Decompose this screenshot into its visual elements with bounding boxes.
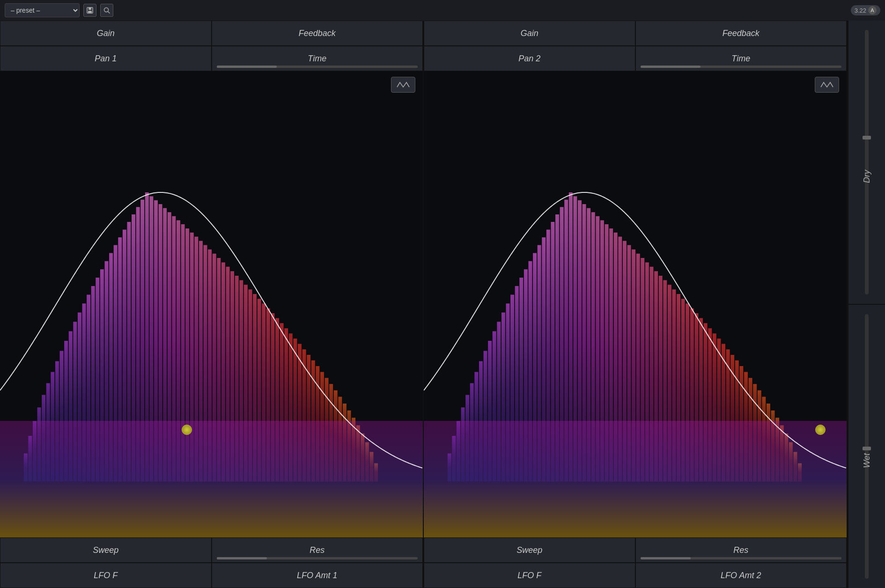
ch1-lfo-amt-button[interactable]: LFO Amt 1	[212, 563, 423, 588]
ch1-time-button[interactable]: Time	[212, 46, 423, 71]
ch2-pan-label: Pan 2	[518, 54, 540, 64]
channel-1: Gain Feedback Pan 1 Time	[0, 21, 424, 588]
version-badge: 3.22 A	[851, 5, 880, 15]
ch2-feedback-button[interactable]: Feedback	[635, 21, 847, 46]
preset-dropdown[interactable]: – preset –	[5, 3, 80, 17]
ch2-res-button[interactable]: Res	[635, 537, 847, 563]
top-bar: – preset – 3.22 A	[0, 0, 885, 21]
ch1-lfo-amt-label: LFO Amt 1	[297, 571, 337, 581]
wet-label: Wet	[862, 453, 872, 468]
ch1-playhead[interactable]	[182, 425, 192, 435]
dry-label: Dry	[862, 170, 872, 183]
ch1-sweep-label: Sweep	[93, 545, 118, 555]
ch2-lfo-f-button[interactable]: LFO F	[424, 563, 635, 588]
ch2-visualizer[interactable]	[424, 71, 847, 537]
ch2-playhead[interactable]	[815, 425, 826, 435]
ch1-canvas	[0, 71, 423, 537]
ch1-res-button[interactable]: Res	[212, 537, 423, 563]
ch2-sweep-label: Sweep	[516, 545, 542, 555]
svg-line-4	[108, 12, 110, 14]
main-layout: Gain Feedback Pan 1 Time	[0, 21, 885, 588]
channel-2: Gain Feedback Pan 2 Time	[424, 21, 848, 588]
ch1-pan-button[interactable]: Pan 1	[0, 46, 212, 71]
channel-2-header: Gain Feedback Pan 2 Time	[424, 21, 847, 71]
channel-1-header: Gain Feedback Pan 1 Time	[0, 21, 423, 71]
ch1-feedback-label: Feedback	[299, 29, 336, 38]
ch1-res-label: Res	[310, 545, 324, 555]
ch2-lfo-amt-button[interactable]: LFO Amt 2	[635, 563, 847, 588]
wet-fader-thumb[interactable]	[863, 447, 871, 450]
ch1-gain-label: Gain	[97, 29, 115, 38]
ch2-pan-button[interactable]: Pan 2	[424, 46, 635, 71]
ch2-sweep-button[interactable]: Sweep	[424, 537, 635, 563]
search-button[interactable]	[100, 4, 113, 17]
ch2-gain-button[interactable]: Gain	[424, 21, 635, 46]
sidebar: Dry Wet	[848, 21, 885, 588]
version-text: 3.22	[855, 7, 866, 14]
ch1-lfo-f-label: LFO F	[94, 571, 118, 581]
ch1-waveform-icon[interactable]	[391, 77, 415, 93]
ch2-lfo-f-label: LFO F	[517, 571, 541, 581]
channel-2-footer: Sweep Res LFO F LFO Amt 2	[424, 537, 847, 588]
dry-fader[interactable]: Dry	[848, 21, 885, 305]
ch1-lfo-f-button[interactable]: LFO F	[0, 563, 212, 588]
svg-rect-1	[88, 7, 91, 10]
wet-fader-track	[865, 314, 869, 579]
ch2-feedback-label: Feedback	[723, 29, 760, 38]
ch2-waveform-icon[interactable]	[815, 77, 839, 93]
ch2-lfo-amt-label: LFO Amt 2	[721, 571, 761, 581]
wet-fader[interactable]: Wet	[848, 305, 885, 588]
top-bar-left: – preset –	[5, 3, 113, 17]
version-a-badge: A	[868, 6, 877, 15]
channel-1-footer: Sweep Res LFO F LFO Amt 1	[0, 537, 423, 588]
dry-fader-track	[865, 30, 869, 294]
ch1-time-label: Time	[308, 54, 326, 64]
content-row: Gain Feedback Pan 1 Time	[0, 21, 885, 588]
ch2-res-label: Res	[733, 545, 748, 555]
ch2-canvas	[424, 71, 847, 537]
save-button[interactable]	[83, 4, 96, 17]
ch1-sweep-button[interactable]: Sweep	[0, 537, 212, 563]
svg-rect-2	[88, 11, 92, 13]
ch1-visualizer[interactable]	[0, 71, 423, 537]
ch2-gain-label: Gain	[521, 29, 538, 38]
ch1-feedback-button[interactable]: Feedback	[212, 21, 423, 46]
dry-fader-thumb[interactable]	[863, 136, 871, 140]
ch1-gain-button[interactable]: Gain	[0, 21, 212, 46]
ch2-time-button[interactable]: Time	[635, 46, 847, 71]
ch2-time-label: Time	[731, 54, 750, 64]
ch1-pan-label: Pan 1	[95, 54, 117, 64]
